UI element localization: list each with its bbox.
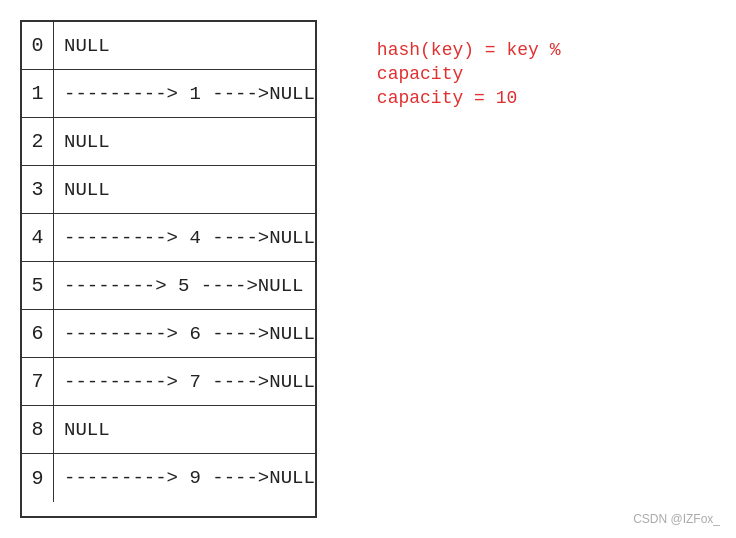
row-content: ---------> 9 ---->NULL [54,467,315,489]
watermark: CSDN @IZFox_ [633,512,720,526]
row-index: 7 [22,358,54,405]
table-row: 4---------> 4 ---->NULL [22,214,315,262]
main-container: 0NULL1---------> 1 ---->NULL2NULL3NULL4-… [0,0,736,538]
table-row: 7---------> 7 ---->NULL [22,358,315,406]
row-index: 8 [22,406,54,453]
info-line-1: hash(key) = key % [377,40,561,60]
table-row: 9---------> 9 ---->NULL [22,454,315,502]
row-index: 5 [22,262,54,309]
row-content: NULL [54,131,110,153]
info-panel: hash(key) = key % capacity capacity = 10 [377,20,561,518]
row-index: 4 [22,214,54,261]
row-content: --------> 5 ---->NULL [54,275,303,297]
row-index: 3 [22,166,54,213]
table-row: 1---------> 1 ---->NULL [22,70,315,118]
row-content: ---------> 6 ---->NULL [54,323,315,345]
info-line-3: capacity = 10 [377,88,561,108]
row-content: ---------> 1 ---->NULL [54,83,315,105]
table-row: 2NULL [22,118,315,166]
hash-table: 0NULL1---------> 1 ---->NULL2NULL3NULL4-… [20,20,317,518]
row-index: 0 [22,22,54,69]
info-line-2: capacity [377,64,561,84]
table-row: 5--------> 5 ---->NULL [22,262,315,310]
row-index: 9 [22,454,54,502]
row-content: ---------> 7 ---->NULL [54,371,315,393]
table-row: 0NULL [22,22,315,70]
row-content: NULL [54,179,110,201]
row-content: NULL [54,35,110,57]
row-index: 6 [22,310,54,357]
table-row: 6---------> 6 ---->NULL [22,310,315,358]
row-content: ---------> 4 ---->NULL [54,227,315,249]
row-index: 1 [22,70,54,117]
row-content: NULL [54,419,110,441]
table-row: 8NULL [22,406,315,454]
row-index: 2 [22,118,54,165]
table-row: 3NULL [22,166,315,214]
